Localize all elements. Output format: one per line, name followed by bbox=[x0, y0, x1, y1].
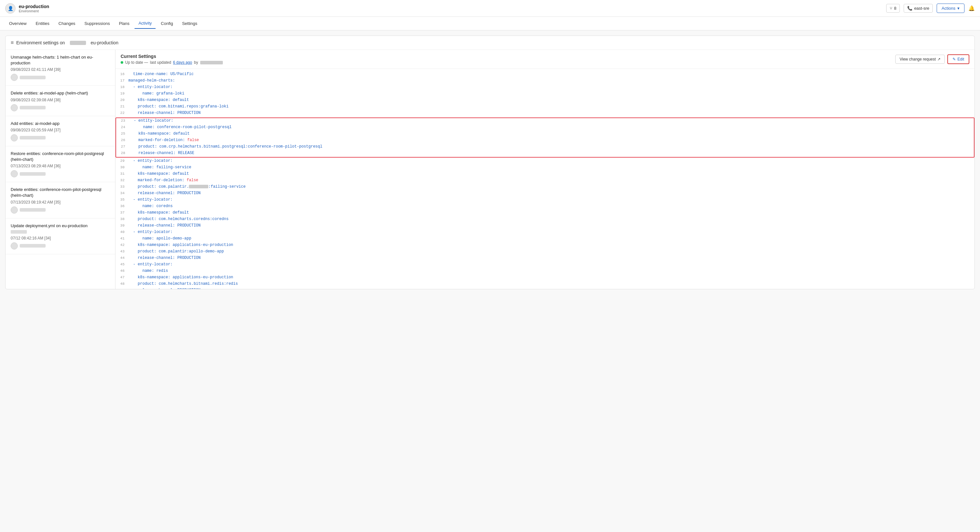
view-change-request-button[interactable]: View change request ↗ bbox=[895, 55, 945, 64]
code-line-30: 30 name: failing-service bbox=[116, 165, 975, 171]
header-left: 👤 eu-production Environment bbox=[5, 3, 886, 14]
activity-item-1[interactable]: Unmanage helm-charts: 1 helm-chart on eu… bbox=[5, 50, 115, 86]
code-line-43: 43 product: com.palantir:apollo-demo-app bbox=[116, 249, 975, 255]
env-subtitle: Environment bbox=[19, 9, 49, 13]
nav-plans[interactable]: Plans bbox=[115, 18, 134, 29]
settings-view: Current Settings Up to date — last updat… bbox=[116, 50, 975, 289]
activity-item-4[interactable]: Restore entities: conference-room-pilot-… bbox=[5, 146, 115, 182]
last-updated-link[interactable]: 6 days ago bbox=[173, 60, 192, 65]
activity-title-5: Delete entities: conference-room-pilot-p… bbox=[11, 187, 110, 198]
code-line-49: 49 release-channel: PRODUCTION bbox=[116, 288, 975, 289]
card-header: ≡ Environment settings on eu-production bbox=[5, 36, 975, 50]
code-line-35: 35 - entity-locator: bbox=[116, 197, 975, 204]
env-avatar: 👤 bbox=[5, 3, 16, 14]
nav-config[interactable]: Config bbox=[157, 18, 177, 29]
code-line-32: 32 marked-for-deletion: false bbox=[116, 178, 975, 184]
code-line-48: 48 product: com.helmcharts.bitnami.redis… bbox=[116, 281, 975, 288]
nav-suppressions[interactable]: Suppressions bbox=[81, 18, 114, 29]
activity-user-4 bbox=[11, 170, 110, 177]
user-avatar-1 bbox=[11, 74, 18, 81]
edit-button[interactable]: ✎ Edit bbox=[947, 54, 969, 64]
code-line-19: 19 name: grafana-loki bbox=[116, 91, 975, 97]
app-header: 👤 eu-production Environment ⑂ 8 📞 east-s… bbox=[0, 0, 980, 17]
region-btn[interactable]: 📞 east-sre bbox=[904, 4, 933, 13]
edit-icon: ✎ bbox=[953, 57, 956, 62]
status-text: Up to date — bbox=[125, 60, 148, 65]
user-name-blur-5 bbox=[20, 208, 46, 212]
code-line-31: 31 k8s-namespace: default bbox=[116, 171, 975, 178]
main-nav: Overview Entities Changes Suppressions P… bbox=[0, 17, 980, 30]
activity-item-5[interactable]: Delete entities: conference-room-pilot-p… bbox=[5, 182, 115, 218]
code-line-28: 28 release-channel: RELEASE bbox=[116, 150, 974, 157]
code-line-16: 16 time-zone-name: US/Pacific bbox=[116, 72, 975, 78]
nav-entities[interactable]: Entities bbox=[32, 18, 53, 29]
nav-overview[interactable]: Overview bbox=[5, 18, 30, 29]
header-right: ⑂ 8 📞 east-sre Actions ▾ 🔔 bbox=[886, 3, 975, 13]
code-line-42: 42 k8s-namespace: applications-eu-produc… bbox=[116, 242, 975, 249]
actions-label: Actions bbox=[942, 6, 955, 11]
code-line-46: 46 name: redis bbox=[116, 268, 975, 275]
nav-settings[interactable]: Settings bbox=[178, 18, 201, 29]
settings-title: Current Settings bbox=[121, 54, 223, 59]
code-line-22: 22 release-channel: PRODUCTION bbox=[116, 110, 975, 117]
code-line-18: 18 - entity-locator: bbox=[116, 84, 975, 91]
user-name-blur-1 bbox=[20, 76, 46, 79]
actions-button[interactable]: Actions ▾ bbox=[937, 3, 964, 13]
view-change-label: View change request bbox=[899, 57, 936, 62]
main-content: ≡ Environment settings on eu-production … bbox=[0, 30, 980, 532]
activity-item-3[interactable]: Add entities: ai-model-app 09/08/2023 02… bbox=[5, 116, 115, 146]
code-line-23: 23 - entity-locator: bbox=[116, 118, 974, 124]
code-line-21: 21 product: com.bitnami.repos:grafana-lo… bbox=[116, 104, 975, 110]
code-line-20: 20 k8s-namespace: default bbox=[116, 97, 975, 104]
highlighted-block: 23 - entity-locator: 24 name: conference… bbox=[116, 118, 975, 158]
activity-user-1 bbox=[11, 74, 110, 81]
by-text: by bbox=[194, 60, 198, 65]
user-avatar-4 bbox=[11, 170, 18, 177]
code-line-39: 39 release-channel: PRODUCTION bbox=[116, 223, 975, 229]
activity-date-4: 07/13/2023 08:29:48 AM [36] bbox=[11, 164, 110, 168]
activity-user-6 bbox=[11, 242, 110, 250]
env-name-blur bbox=[70, 41, 86, 45]
status-dot bbox=[121, 61, 123, 64]
card-header-env: eu-production bbox=[91, 40, 118, 45]
notifications-icon[interactable]: 🔔 bbox=[968, 5, 975, 11]
card-header-title: Environment settings on bbox=[16, 40, 67, 45]
code-line-33: 33 product: com.palantir.:failing-servic… bbox=[116, 184, 975, 191]
code-line-45: 45 - entity-locator: bbox=[116, 262, 975, 268]
edit-label: Edit bbox=[957, 57, 964, 62]
user-avatar-3 bbox=[11, 134, 18, 142]
activity-title-4: Restore entities: conference-room-pilot-… bbox=[11, 151, 110, 162]
activity-item-6[interactable]: Update deployment.yml on eu-production 0… bbox=[5, 218, 115, 254]
activity-item-2[interactable]: Delete entities: ai-model-app (helm-char… bbox=[5, 86, 115, 116]
external-link-icon: ↗ bbox=[937, 57, 940, 62]
code-line-26: 26 marked-for-deletion: false bbox=[116, 137, 974, 144]
code-view: 16 time-zone-name: US/Pacific 17 managed… bbox=[116, 69, 975, 289]
activity-date-3: 09/08/2023 02:05:59 AM [37] bbox=[11, 128, 110, 132]
chevron-down-icon: ▾ bbox=[957, 6, 959, 11]
updater-blur bbox=[200, 61, 223, 64]
code-line-34: 34 release-channel: PRODUCTION bbox=[116, 191, 975, 197]
nav-activity[interactable]: Activity bbox=[135, 18, 156, 29]
activity-date-5: 07/13/2023 08:19:42 AM [35] bbox=[11, 200, 110, 204]
code-line-38: 38 product: com.helmcharts.coredns:cored… bbox=[116, 217, 975, 223]
code-line-27: 27 product: com.crp.helmcharts.bitnami.p… bbox=[116, 144, 974, 150]
activity-date-6: 07/12 08:42:16 AM [34] bbox=[11, 236, 110, 241]
code-line-47: 47 k8s-namespace: applications-eu-produc… bbox=[116, 275, 975, 281]
code-line-25: 25 k8s-namespace: default bbox=[116, 131, 974, 137]
code-line-29: 29 - entity-locator: bbox=[116, 158, 975, 165]
activity-title-blur-6 bbox=[11, 230, 27, 234]
nav-changes[interactable]: Changes bbox=[55, 18, 79, 29]
settings-meta: Up to date — last updated 6 days ago by bbox=[121, 60, 223, 65]
activity-title-2: Delete entities: ai-model-app (helm-char… bbox=[11, 90, 110, 96]
settings-header: Current Settings Up to date — last updat… bbox=[116, 50, 975, 69]
code-line-41: 41 name: apollo-demo-app bbox=[116, 236, 975, 242]
user-avatar-5 bbox=[11, 207, 18, 213]
pr-count-btn[interactable]: ⑂ 8 bbox=[886, 4, 900, 13]
activity-list: Unmanage helm-charts: 1 helm-chart on eu… bbox=[5, 50, 116, 289]
user-name-blur-2 bbox=[20, 106, 46, 109]
env-name: eu-production bbox=[19, 4, 49, 9]
last-updated-text: last updated bbox=[150, 60, 171, 65]
code-line-36: 36 name: coredns bbox=[116, 204, 975, 210]
activity-title-1: Unmanage helm-charts: 1 helm-chart on eu… bbox=[11, 54, 110, 66]
code-line-40: 40 - entity-locator: bbox=[116, 229, 975, 236]
